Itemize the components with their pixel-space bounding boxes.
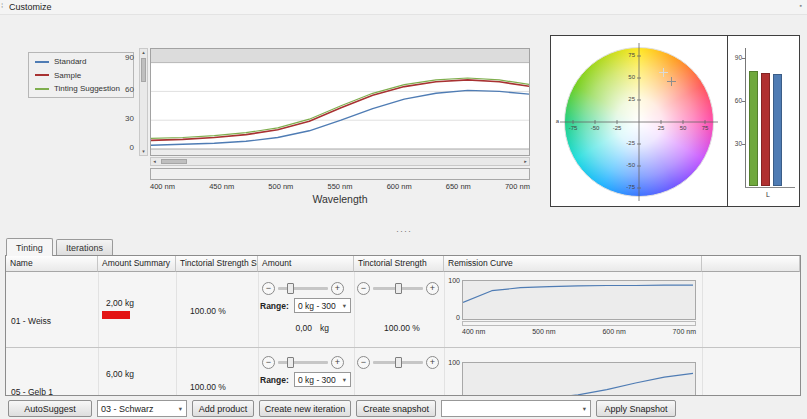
amount-slider-track[interactable] [278,361,328,364]
range-value: 0 kg - 300 [295,375,339,385]
vertical-scrollbar[interactable]: ▴ ▾ [139,48,148,156]
x-tick-label: 400 nm [462,328,485,335]
l-bar-sample [761,73,770,186]
window-options-icon[interactable]: ▪ [800,2,802,9]
legend-swatch [35,88,49,90]
dropdown-arrow-icon: ▾ [579,405,590,413]
tinctorial-increase-button[interactable]: + [426,282,439,295]
sample-curve [151,80,530,140]
l-tick-label: 30 [729,140,742,147]
amount-value: 0,00 [288,323,312,333]
x-tick-label: 700 nm [505,182,530,191]
create-snapshot-button[interactable]: Create snapshot [356,400,436,417]
scrollbar-thumb[interactable] [141,58,146,82]
column-header-blank[interactable] [702,256,800,272]
x-tick-label: 650 nm [446,182,471,191]
snapshot-select[interactable]: ▾ [441,400,591,417]
color-space-panel: -75 -50 -25 25 50 75 75 50 25 -25 -50 -7… [550,35,800,207]
remission-curve [463,373,693,396]
amount-summary: 6,00 kg [106,369,134,379]
splitter-handle[interactable]: ···· [380,226,428,236]
tab-iterations[interactable]: Iterations [56,239,113,255]
product-name: 05 - Gelb 1 [11,387,53,396]
legend-item: Standard [35,57,127,66]
product-select-value: 03 - Schwarz [98,404,175,414]
button-label: AutoSuggest [24,404,76,414]
b-tick-label: -75 [621,184,635,190]
autosuggest-button[interactable]: AutoSuggest [8,400,92,417]
legend-label: Standard [54,57,86,66]
tab-tinting[interactable]: Tinting [6,238,53,256]
range-select[interactable]: 0 kg - 300 ▾ [294,298,351,313]
b-tick-label: -25 [621,140,635,146]
sample-color-marker [667,77,676,86]
scrollbar-thumb[interactable] [161,159,187,164]
tinctorial-summary: 100.00 % [190,382,226,392]
standard-curve [151,90,530,145]
a-tick-label: -25 [609,125,625,131]
amount-slider-thumb[interactable] [287,283,294,294]
scroll-up-icon[interactable]: ▴ [140,49,147,56]
button-label: Add product [199,404,248,414]
scroll-right-icon[interactable]: ▸ [522,158,529,165]
button-label: Apply Snapshot [604,404,667,414]
scroll-down-icon[interactable]: ▾ [140,148,147,155]
column-header-tinctorial-summary[interactable]: Tinctorial Strength Su... [176,256,258,272]
a-tick-label: 25 [653,125,669,131]
amount-unit: kg [320,323,329,333]
tinctorial-decrease-button[interactable]: − [357,282,370,295]
column-header-amount[interactable]: Amount [258,256,354,272]
column-header-tinctorial-strength[interactable]: Tinctorial Strength [354,256,444,272]
apply-snapshot-button[interactable]: Apply Snapshot [596,400,676,417]
ab-axes [551,36,727,208]
column-separator [444,272,445,395]
remission-ymax: 100 [444,359,460,366]
tinctorial-slider-thumb[interactable] [395,283,402,294]
dropdown-arrow-icon: ▾ [339,302,350,310]
y-tick-label: 0 [116,143,134,152]
x-tick-label: 550 nm [327,182,352,191]
amount-increase-button[interactable]: + [331,282,344,295]
a-axis-label: a [551,118,559,124]
legend-label: Tinting Suggestion [54,84,120,93]
column-header-amount-summary[interactable]: Amount Summary [98,256,176,272]
dropdown-arrow-icon: ▾ [339,376,350,384]
legend-swatch [35,61,49,63]
l-bar-standard [773,74,782,186]
amount-slider-track[interactable] [278,287,328,290]
x-tick-label: 600 nm [602,328,625,335]
range-select[interactable]: 0 kg - 300 ▾ [294,372,351,387]
amount-summary: 2,00 kg [106,298,134,308]
horizontal-scrollbar[interactable]: ◂ ▸ [150,157,530,166]
tinctorial-decrease-button[interactable]: − [357,356,370,369]
remission-ymin: 0 [444,314,460,321]
drag-handle-icon[interactable]: ⁞ [1,1,3,10]
scroll-left-icon[interactable]: ◂ [151,158,158,165]
dropdown-arrow-icon: ▾ [175,405,186,413]
tinctorial-increase-button[interactable]: + [426,356,439,369]
column-header-name[interactable]: Name [6,256,98,272]
remission-curve [463,285,693,302]
amount-decrease-button[interactable]: − [262,356,275,369]
x-tick-label: 450 nm [209,182,234,191]
tinctorial-value: 100.00 % [384,323,420,333]
column-header-remission-curve[interactable]: Remission Curve [444,256,702,272]
legend-item: Tinting Suggestion [35,84,127,93]
add-product-button[interactable]: Add product [192,400,254,417]
amount-decrease-button[interactable]: − [262,282,275,295]
legend-item: Sample [35,71,127,80]
create-new-iteration-button[interactable]: Create new iteration [259,400,351,417]
amount-slider-thumb[interactable] [287,357,294,368]
tinting-table: Name Amount Summary Tinctorial Strength … [5,255,801,396]
amount-increase-button[interactable]: + [331,356,344,369]
column-separator [176,272,177,395]
product-select[interactable]: 03 - Schwarz ▾ [97,400,187,417]
column-separator [702,272,703,395]
tab-label: Tinting [16,243,43,253]
tinctorial-slider-thumb[interactable] [395,357,402,368]
title-bar: ⁞ Customize ▪ [0,0,807,15]
b-tick-label: -50 [621,162,635,168]
a-tick-label: -50 [587,125,603,131]
a-tick-label: -75 [565,125,581,131]
b-tick-label: 25 [621,96,635,102]
